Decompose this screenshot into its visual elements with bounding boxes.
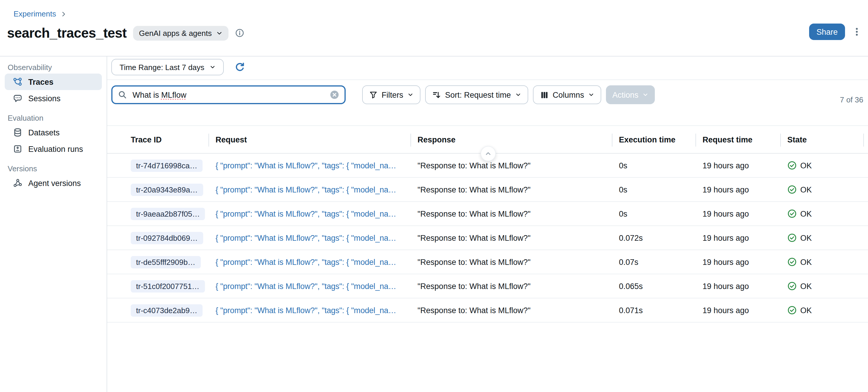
check-circle-icon (787, 209, 797, 218)
trace-id-pill[interactable]: tr-092784db069… (131, 232, 203, 244)
response-cell: "Response to: What is MLflow?" (410, 233, 612, 242)
column-header-request[interactable]: Request (209, 126, 410, 153)
table-row[interactable]: tr-20a9343e89a… { "prompt": "What is MLf… (107, 178, 868, 202)
sidebar-item-label: Sessions (28, 94, 61, 103)
request-link[interactable]: { "prompt": "What is MLflow?", "tags": {… (216, 282, 407, 291)
search-input[interactable]: What is MLflow (111, 85, 346, 104)
execution-time-cell: 0s (612, 161, 695, 170)
request-link[interactable]: { "prompt": "What is MLflow?", "tags": {… (216, 233, 407, 242)
request-link[interactable]: { "prompt": "What is MLflow?", "tags": {… (216, 209, 407, 218)
request-link[interactable]: { "prompt": "What is MLflow?", "tags": {… (216, 161, 407, 170)
response-cell: "Response to: What is MLflow?" (410, 282, 612, 291)
trace-id-pill[interactable]: tr-51c0f2007751… (131, 280, 205, 292)
filter-icon (369, 91, 377, 99)
table-row[interactable]: tr-51c0f2007751… { "prompt": "What is ML… (107, 274, 868, 298)
sidebar-item-evaluation-runs[interactable]: Evaluation runs (5, 141, 102, 157)
agent-versions-icon (13, 178, 22, 188)
sidebar-section-evaluation: Evaluation (0, 112, 106, 124)
column-header-request-time[interactable]: Request time (695, 126, 780, 153)
sidebar-item-agent-versions[interactable]: Agent versions (5, 175, 102, 191)
request-link[interactable]: { "prompt": "What is MLflow?", "tags": {… (216, 185, 407, 194)
request-time-cell: 19 hours ago (695, 306, 780, 315)
result-count: 7 of 36 (840, 95, 863, 104)
check-circle-icon (787, 257, 797, 267)
column-header-execution-time[interactable]: Execution time (612, 126, 695, 153)
state-label: OK (800, 161, 812, 170)
table-row[interactable]: tr-092784db069… { "prompt": "What is MLf… (107, 226, 868, 250)
sidebar-item-label: Evaluation runs (28, 144, 83, 153)
actions-label: Actions (613, 90, 639, 99)
request-link[interactable]: { "prompt": "What is MLflow?", "tags": {… (216, 258, 407, 266)
filters-button[interactable]: Filters (362, 85, 421, 104)
columns-label: Columns (553, 90, 584, 99)
clear-search-icon[interactable] (330, 90, 339, 99)
columns-icon (540, 90, 549, 99)
sidebar-item-label: Datasets (28, 128, 60, 137)
sort-button[interactable]: Sort: Request time (425, 85, 528, 104)
execution-time-cell: 0.065s (612, 282, 695, 291)
state-label: OK (800, 233, 812, 242)
trace-id-pill[interactable]: tr-9aeaa2b87f05… (131, 207, 205, 220)
column-header-trace-id[interactable]: Trace ID (107, 126, 209, 153)
state-label: OK (800, 209, 812, 218)
sidebar-item-datasets[interactable]: Datasets (5, 124, 102, 141)
actions-button[interactable]: Actions (606, 85, 655, 104)
chevron-down-icon (407, 92, 413, 98)
table-row[interactable]: tr-de55fff2909b… { "prompt": "What is ML… (107, 250, 868, 274)
request-time-cell: 19 hours ago (695, 185, 780, 194)
execution-time-cell: 0.07s (612, 258, 695, 266)
traces-table: Trace ID Request Response Execution time… (107, 125, 868, 323)
filter-toolbar: What is MLflow Filters Sort: Request tim… (111, 85, 655, 104)
chevron-right-icon (60, 10, 67, 18)
collapse-header-button[interactable] (480, 146, 496, 161)
column-header-response[interactable]: Response (410, 126, 612, 153)
trace-id-pill[interactable]: tr-20a9343e89a… (131, 183, 203, 196)
experiment-type-badge[interactable]: GenAI apps & agents (133, 26, 228, 40)
check-circle-icon (787, 185, 797, 194)
time-range-button[interactable]: Time Range: Last 7 days (111, 59, 224, 75)
execution-time-cell: 0.072s (612, 233, 695, 242)
trace-id-pill[interactable]: tr-de55fff2909b… (131, 256, 200, 268)
share-button[interactable]: Share (809, 24, 845, 40)
state-cell: OK (780, 161, 868, 170)
trace-id-pill[interactable]: tr-74d716998ca… (131, 159, 203, 171)
table-row[interactable]: tr-9aeaa2b87f05… { "prompt": "What is ML… (107, 202, 868, 226)
chevron-up-icon (485, 150, 492, 157)
refresh-icon (235, 62, 245, 72)
sort-label: Sort: Request time (445, 90, 511, 99)
sidebar: Observability Traces Sessions Evaluation… (0, 57, 107, 392)
time-range-row: Time Range: Last 7 days (111, 59, 247, 75)
state-cell: OK (780, 257, 868, 267)
chevron-down-icon (210, 64, 216, 70)
request-time-cell: 19 hours ago (695, 209, 780, 218)
overflow-menu-icon[interactable] (851, 26, 863, 38)
traces-content: Time Range: Last 7 days What is MLflow F… (107, 57, 868, 392)
page-title: search_traces_test (7, 25, 127, 41)
sidebar-item-traces[interactable]: Traces (5, 73, 102, 90)
state-label: OK (800, 306, 812, 315)
check-circle-icon (787, 281, 797, 291)
state-cell: OK (780, 305, 868, 315)
table-row[interactable]: tr-c4073de2ab9… { "prompt": "What is MLf… (107, 298, 868, 323)
trace-id-pill[interactable]: tr-c4073de2ab9… (131, 304, 203, 316)
toolbar-divider (107, 79, 868, 80)
columns-button[interactable]: Columns (533, 85, 601, 104)
state-label: OK (800, 185, 812, 194)
sidebar-section-observability: Observability (0, 62, 106, 73)
sidebar-item-label: Agent versions (28, 178, 81, 188)
check-circle-icon (787, 233, 797, 242)
sessions-icon (13, 94, 22, 103)
info-icon[interactable] (235, 28, 244, 38)
request-time-cell: 19 hours ago (695, 258, 780, 266)
sidebar-item-label: Traces (28, 77, 54, 86)
chevron-down-icon (216, 30, 222, 36)
request-link[interactable]: { "prompt": "What is MLflow?", "tags": {… (216, 306, 407, 315)
request-time-cell: 19 hours ago (695, 233, 780, 242)
response-cell: "Response to: What is MLflow?" (410, 185, 612, 194)
column-header-state[interactable]: State (780, 126, 868, 153)
sidebar-item-sessions[interactable]: Sessions (5, 90, 102, 106)
refresh-button[interactable] (232, 60, 247, 74)
filters-label: Filters (381, 90, 403, 99)
state-cell: OK (780, 233, 868, 242)
breadcrumb-experiments-link[interactable]: Experiments (13, 9, 56, 18)
